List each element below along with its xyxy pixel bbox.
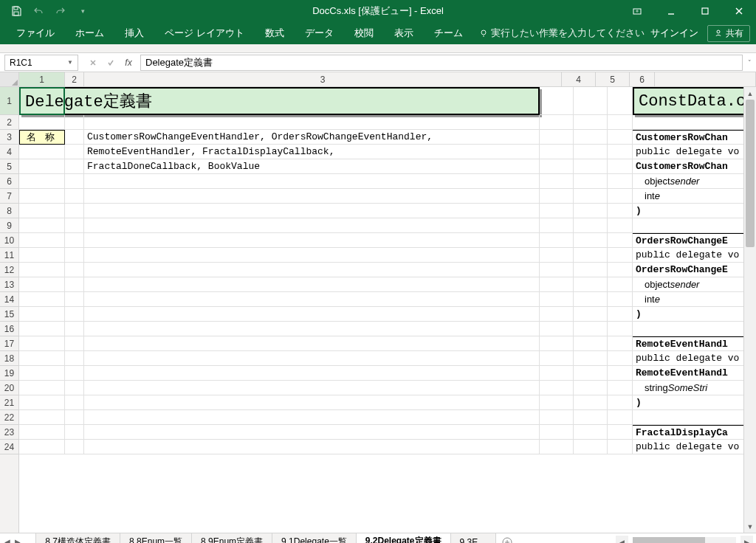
cell-r3[interactable]: CustomersRowChangeEventHandler, OrdersRo… (84, 130, 540, 145)
row-header-1[interactable]: 1 (0, 87, 18, 115)
cell-right-r6[interactable]: object sender (633, 174, 749, 189)
cell-right-r13[interactable]: object sender (633, 277, 749, 292)
cell-right-r18[interactable]: public delegate vo (633, 351, 749, 366)
close-button[interactable] (722, 0, 756, 22)
vertical-scrollbar[interactable]: ▲ ▼ (743, 87, 756, 533)
cell-right-r5[interactable]: CustomersRowChan (633, 159, 749, 174)
minimize-button[interactable] (654, 0, 688, 22)
row-header-22[interactable]: 22 (0, 410, 18, 425)
row-header-5[interactable]: 5 (0, 159, 18, 174)
cell-r4[interactable]: RemoteEventHandler, FractalDisplayCallba… (84, 145, 540, 159)
sheet-tab-0[interactable]: 8.7構造体定義書 (36, 533, 120, 543)
sheet-tab-5[interactable]: 9.3E... (451, 533, 497, 543)
cell-name-label[interactable]: 名 称 (19, 130, 65, 145)
col-header-3[interactable]: 3 (84, 72, 562, 86)
hscroll-left[interactable]: ◀ (616, 536, 628, 543)
redo-button[interactable] (50, 2, 71, 20)
row-header-10[interactable]: 10 (0, 233, 18, 248)
sheet-tab-2[interactable]: 8.9Enum定義書 (192, 533, 272, 543)
enter-formula-button[interactable] (102, 55, 120, 71)
sheet-tab-1[interactable]: 8.8Enum一覧 (120, 533, 192, 543)
select-all-corner[interactable] (0, 72, 19, 86)
ribbon-options-button[interactable] (620, 0, 654, 22)
tab-insert[interactable]: 挿入 (114, 22, 154, 44)
row-header-8[interactable]: 8 (0, 204, 18, 218)
fx-button[interactable]: fx (120, 55, 137, 71)
cell-right-r8[interactable]: ) (633, 204, 749, 218)
row-header-15[interactable]: 15 (0, 307, 18, 322)
col-header-5[interactable]: 5 (596, 72, 630, 86)
row-header-21[interactable]: 21 (0, 395, 18, 410)
expand-formula-bar[interactable]: ˅ (743, 59, 756, 66)
sheet-tab-4[interactable]: 9.2Delegate定義書 (357, 533, 451, 543)
row-header-17[interactable]: 17 (0, 336, 18, 351)
qat-customize[interactable]: ▾ (72, 2, 93, 20)
scroll-track[interactable] (744, 100, 756, 520)
scroll-thumb[interactable] (746, 100, 755, 247)
row-header-24[interactable]: 24 (0, 440, 18, 454)
cell-right-r14[interactable]: int e (633, 292, 749, 307)
row-header-4[interactable]: 4 (0, 145, 18, 159)
undo-button[interactable] (28, 2, 49, 20)
cell-right-r10[interactable]: OrdersRowChangeE (633, 233, 749, 248)
row-header-9[interactable]: 9 (0, 218, 18, 233)
tab-view[interactable]: 表示 (384, 22, 424, 44)
tab-team[interactable]: チーム (424, 22, 473, 44)
cell-right-r12[interactable]: OrdersRowChangeE (633, 263, 749, 277)
cells[interactable]: Delegate定義書 ConstData.cs 名 称 CustomersRo… (19, 87, 756, 533)
col-header-1[interactable]: 1 (19, 72, 65, 86)
cell-right-r24[interactable]: public delegate vo (633, 440, 749, 454)
sheet-tab-3[interactable]: 9.1Delegate一覧 (272, 533, 357, 543)
row-header-6[interactable]: 6 (0, 174, 18, 189)
cell-right-r19[interactable]: RemoteEventHandl (633, 366, 749, 381)
col-header-2[interactable]: 2 (65, 72, 84, 86)
cell-right-r21[interactable]: ) (633, 395, 749, 410)
row-header-23[interactable]: 23 (0, 425, 18, 440)
cell-right-r3[interactable]: CustomersRowChan (633, 130, 749, 145)
cell-right-r11[interactable]: public delegate vo (633, 248, 749, 263)
col-header-6[interactable]: 6 (630, 72, 655, 86)
save-button[interactable] (6, 2, 27, 20)
tab-file[interactable]: ファイル (6, 22, 65, 44)
row-header-3[interactable]: 3 (0, 130, 18, 145)
share-button[interactable]: 共有 (707, 25, 750, 42)
name-box[interactable]: R1C1 ▼ (4, 55, 78, 71)
sheet-nav-prev[interactable]: ◀ (4, 538, 10, 543)
col-header-right[interactable] (655, 72, 756, 86)
row-header-13[interactable]: 13 (0, 277, 18, 292)
cell-r5[interactable]: FractalDoneCallback, BookValue (84, 159, 540, 174)
row-header-19[interactable]: 19 (0, 366, 18, 381)
tab-review[interactable]: 校閲 (344, 22, 384, 44)
cell-title-right[interactable]: ConstData.cs (633, 87, 749, 115)
cell-right-r7[interactable]: int e (633, 189, 749, 204)
row-header-7[interactable]: 7 (0, 189, 18, 204)
cell-right-r20[interactable]: string SomeStri (633, 381, 749, 395)
hscroll-track[interactable] (633, 537, 736, 543)
cell-right-r23[interactable]: FractalDisplayCa (633, 425, 749, 440)
row-header-12[interactable]: 12 (0, 263, 18, 277)
add-sheet-button[interactable] (496, 533, 518, 543)
cell-right-r15[interactable]: ) (633, 307, 749, 322)
cell-title-left[interactable]: Delegate定義書 (19, 87, 540, 115)
row-header-20[interactable]: 20 (0, 381, 18, 395)
maximize-button[interactable] (688, 0, 722, 22)
cancel-formula-button[interactable] (84, 55, 102, 71)
row-header-18[interactable]: 18 (0, 351, 18, 366)
tab-page-layout[interactable]: ページ レイアウト (154, 22, 255, 44)
formula-input[interactable]: Delegate定義書 (140, 55, 743, 71)
tab-formulas[interactable]: 数式 (255, 22, 295, 44)
sheet-nav-more[interactable]: ... (25, 538, 31, 543)
scroll-up-button[interactable]: ▲ (744, 87, 756, 100)
scroll-down-button[interactable]: ▼ (744, 520, 756, 533)
row-header-16[interactable]: 16 (0, 322, 18, 336)
tell-me-search[interactable]: 実行したい作業を入力してください (479, 27, 645, 40)
signin-link[interactable]: サインイン (650, 27, 698, 40)
col-header-4[interactable]: 4 (562, 72, 596, 86)
hscroll-right[interactable]: ▶ (740, 536, 753, 543)
cell-right-r17[interactable]: RemoteEventHandl (633, 336, 749, 351)
row-header-14[interactable]: 14 (0, 292, 18, 307)
sheet-nav-next[interactable]: ▶ (15, 538, 21, 543)
horizontal-scrollbar[interactable]: ◀ ▶ (518, 533, 756, 543)
tab-home[interactable]: ホーム (65, 22, 114, 44)
row-header-11[interactable]: 11 (0, 248, 18, 263)
